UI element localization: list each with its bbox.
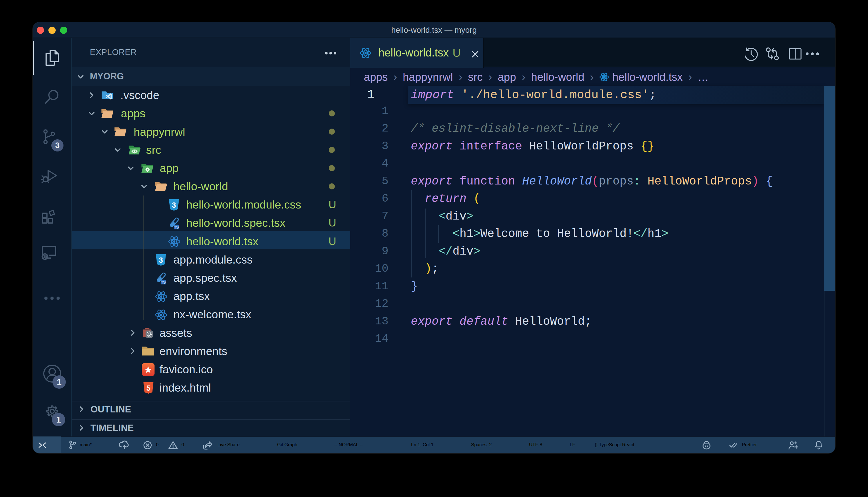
svg-text:3: 3 — [172, 201, 176, 209]
svg-text:TS: TS — [174, 225, 179, 229]
svg-text:3: 3 — [159, 256, 163, 264]
svg-text:TS: TS — [161, 280, 166, 284]
svg-text:5: 5 — [147, 384, 150, 392]
